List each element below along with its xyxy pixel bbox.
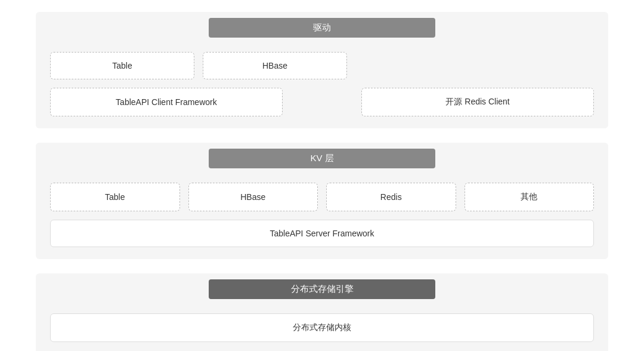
driver-layer-header: 驱动 (36, 12, 608, 44)
storage-layer-box-0-0: 分布式存储内核 (50, 313, 594, 342)
driver-layer-row-split-1: TableAPI Client Framework开源 Redis Client (50, 88, 594, 116)
kv-layer-box-1-0: TableAPI Server Framework (50, 220, 594, 247)
driver-layer-content: TableHBaseTableAPI Client Framework开源 Re… (36, 44, 608, 116)
spacer (355, 52, 594, 79)
driver-layer-left-box-1: TableAPI Client Framework (50, 88, 283, 116)
gap-spacer (291, 88, 353, 116)
kv-layer-box-0-3: 其他 (465, 183, 595, 211)
kv-layer-header-bar: KV 层 (209, 149, 435, 168)
kv-layer-row-0: TableHBaseRedis其他 (50, 183, 594, 211)
kv-layer: KV 层TableHBaseRedis其他TableAPI Server Fra… (36, 143, 608, 259)
kv-layer-box-0-2: Redis (326, 183, 456, 211)
driver-layer-box-0-1: HBase (203, 52, 347, 79)
driver-layer-right-box-1: 开源 Redis Client (361, 88, 594, 116)
kv-layer-row-1: TableAPI Server Framework (50, 220, 594, 247)
kv-layer-box-0-1: HBase (188, 183, 318, 211)
kv-layer-content: TableHBaseRedis其他TableAPI Server Framewo… (36, 174, 608, 247)
storage-layer-row-0: 分布式存储内核 (50, 313, 594, 342)
storage-layer-header: 分布式存储引擎 (36, 273, 608, 305)
driver-layer-row-0: TableHBase (50, 52, 594, 79)
kv-layer-box-0-0: Table (50, 183, 180, 211)
storage-layer: 分布式存储引擎分布式存储内核 (36, 273, 608, 351)
driver-layer: 驱动TableHBaseTableAPI Client Framework开源 … (36, 12, 608, 128)
storage-layer-content: 分布式存储内核 (36, 305, 608, 342)
storage-layer-header-bar: 分布式存储引擎 (209, 279, 435, 299)
driver-layer-box-0-0: Table (50, 52, 194, 79)
kv-layer-header: KV 层 (36, 143, 608, 174)
diagram-container: 驱动TableHBaseTableAPI Client Framework开源 … (36, 12, 608, 351)
driver-layer-header-bar: 驱动 (209, 18, 435, 38)
